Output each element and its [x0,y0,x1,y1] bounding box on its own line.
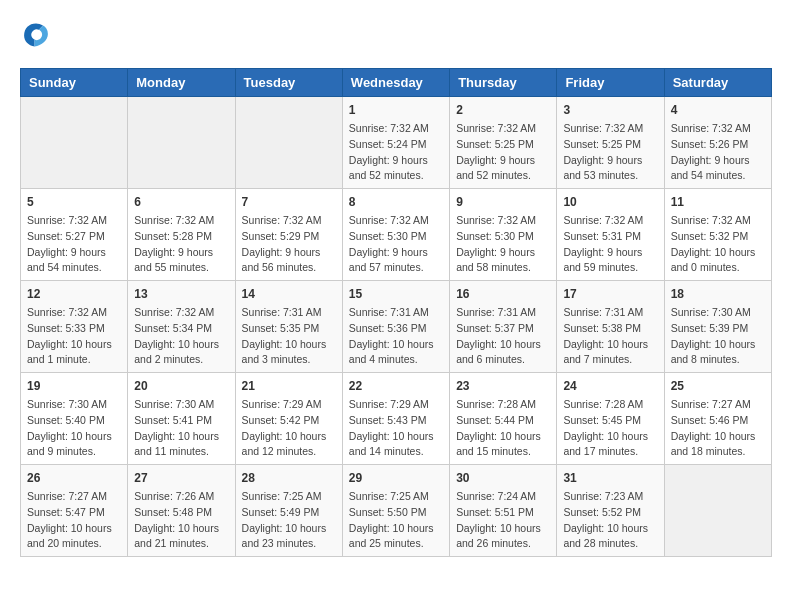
cell-text: Sunrise: 7:25 AM [242,489,336,505]
calendar-cell: 16Sunrise: 7:31 AMSunset: 5:37 PMDayligh… [450,281,557,373]
day-number: 11 [671,193,765,211]
day-number: 24 [563,377,657,395]
cell-text: Sunrise: 7:29 AM [242,397,336,413]
cell-text: Sunset: 5:25 PM [563,137,657,153]
day-number: 2 [456,101,550,119]
day-number: 10 [563,193,657,211]
cell-text: Daylight: 9 hours [349,245,443,261]
calendar-cell: 6Sunrise: 7:32 AMSunset: 5:28 PMDaylight… [128,189,235,281]
day-number: 12 [27,285,121,303]
calendar-cell [128,97,235,189]
header-tuesday: Tuesday [235,69,342,97]
cell-text: Sunset: 5:52 PM [563,505,657,521]
cell-text: Sunrise: 7:32 AM [671,213,765,229]
calendar-week-row: 12Sunrise: 7:32 AMSunset: 5:33 PMDayligh… [21,281,772,373]
day-number: 4 [671,101,765,119]
calendar-week-row: 1Sunrise: 7:32 AMSunset: 5:24 PMDaylight… [21,97,772,189]
cell-text: Sunrise: 7:32 AM [27,305,121,321]
cell-text: Sunset: 5:49 PM [242,505,336,521]
calendar-week-row: 19Sunrise: 7:30 AMSunset: 5:40 PMDayligh… [21,373,772,465]
day-number: 15 [349,285,443,303]
calendar-cell: 20Sunrise: 7:30 AMSunset: 5:41 PMDayligh… [128,373,235,465]
cell-text: Sunrise: 7:32 AM [671,121,765,137]
cell-text: Sunset: 5:38 PM [563,321,657,337]
cell-text: Sunset: 5:36 PM [349,321,443,337]
cell-text: Sunset: 5:27 PM [27,229,121,245]
cell-text: Sunrise: 7:32 AM [27,213,121,229]
calendar-cell: 4Sunrise: 7:32 AMSunset: 5:26 PMDaylight… [664,97,771,189]
cell-text: Sunrise: 7:27 AM [27,489,121,505]
cell-text: Daylight: 9 hours [456,245,550,261]
cell-text: and 21 minutes. [134,536,228,552]
calendar-cell: 30Sunrise: 7:24 AMSunset: 5:51 PMDayligh… [450,465,557,557]
cell-text: and 59 minutes. [563,260,657,276]
day-number: 1 [349,101,443,119]
cell-text: Sunset: 5:37 PM [456,321,550,337]
cell-text: Daylight: 9 hours [27,245,121,261]
day-number: 31 [563,469,657,487]
cell-text: and 54 minutes. [27,260,121,276]
calendar-table: SundayMondayTuesdayWednesdayThursdayFrid… [20,68,772,557]
day-number: 22 [349,377,443,395]
cell-text: Sunset: 5:34 PM [134,321,228,337]
cell-text: and 12 minutes. [242,444,336,460]
logo-icon [22,20,50,48]
calendar-cell: 2Sunrise: 7:32 AMSunset: 5:25 PMDaylight… [450,97,557,189]
cell-text: and 54 minutes. [671,168,765,184]
cell-text: Daylight: 9 hours [563,153,657,169]
cell-text: Sunrise: 7:32 AM [563,213,657,229]
header-wednesday: Wednesday [342,69,449,97]
logo [20,20,50,52]
cell-text: Sunset: 5:47 PM [27,505,121,521]
cell-text: Sunset: 5:33 PM [27,321,121,337]
cell-text: Sunset: 5:28 PM [134,229,228,245]
cell-text: and 8 minutes. [671,352,765,368]
cell-text: Sunrise: 7:27 AM [671,397,765,413]
cell-text: Daylight: 10 hours [349,337,443,353]
calendar-cell [21,97,128,189]
cell-text: and 53 minutes. [563,168,657,184]
cell-text: and 57 minutes. [349,260,443,276]
cell-text: Daylight: 9 hours [242,245,336,261]
calendar-cell [235,97,342,189]
cell-text: Daylight: 10 hours [27,429,121,445]
calendar-cell: 9Sunrise: 7:32 AMSunset: 5:30 PMDaylight… [450,189,557,281]
cell-text: Sunset: 5:25 PM [456,137,550,153]
calendar-cell: 3Sunrise: 7:32 AMSunset: 5:25 PMDaylight… [557,97,664,189]
day-number: 21 [242,377,336,395]
cell-text: Sunrise: 7:30 AM [27,397,121,413]
calendar-cell: 11Sunrise: 7:32 AMSunset: 5:32 PMDayligh… [664,189,771,281]
cell-text: Sunset: 5:40 PM [27,413,121,429]
calendar-cell: 12Sunrise: 7:32 AMSunset: 5:33 PMDayligh… [21,281,128,373]
cell-text: Sunrise: 7:24 AM [456,489,550,505]
cell-text: Daylight: 10 hours [134,429,228,445]
day-number: 17 [563,285,657,303]
cell-text: and 14 minutes. [349,444,443,460]
cell-text: and 4 minutes. [349,352,443,368]
cell-text: and 25 minutes. [349,536,443,552]
cell-text: Sunrise: 7:30 AM [134,397,228,413]
cell-text: and 26 minutes. [456,536,550,552]
cell-text: Sunset: 5:44 PM [456,413,550,429]
cell-text: Sunset: 5:46 PM [671,413,765,429]
cell-text: Sunset: 5:24 PM [349,137,443,153]
cell-text: Daylight: 10 hours [563,521,657,537]
calendar-cell: 23Sunrise: 7:28 AMSunset: 5:44 PMDayligh… [450,373,557,465]
cell-text: Daylight: 10 hours [27,337,121,353]
calendar-cell: 24Sunrise: 7:28 AMSunset: 5:45 PMDayligh… [557,373,664,465]
cell-text: and 15 minutes. [456,444,550,460]
calendar-cell: 10Sunrise: 7:32 AMSunset: 5:31 PMDayligh… [557,189,664,281]
calendar-cell: 29Sunrise: 7:25 AMSunset: 5:50 PMDayligh… [342,465,449,557]
header-monday: Monday [128,69,235,97]
calendar-cell: 15Sunrise: 7:31 AMSunset: 5:36 PMDayligh… [342,281,449,373]
calendar-cell: 21Sunrise: 7:29 AMSunset: 5:42 PMDayligh… [235,373,342,465]
cell-text: Sunrise: 7:25 AM [349,489,443,505]
day-number: 5 [27,193,121,211]
cell-text: Sunrise: 7:32 AM [349,121,443,137]
calendar-cell: 17Sunrise: 7:31 AMSunset: 5:38 PMDayligh… [557,281,664,373]
day-number: 18 [671,285,765,303]
cell-text: Daylight: 10 hours [456,337,550,353]
cell-text: Daylight: 10 hours [134,337,228,353]
calendar-cell [664,465,771,557]
day-number: 26 [27,469,121,487]
